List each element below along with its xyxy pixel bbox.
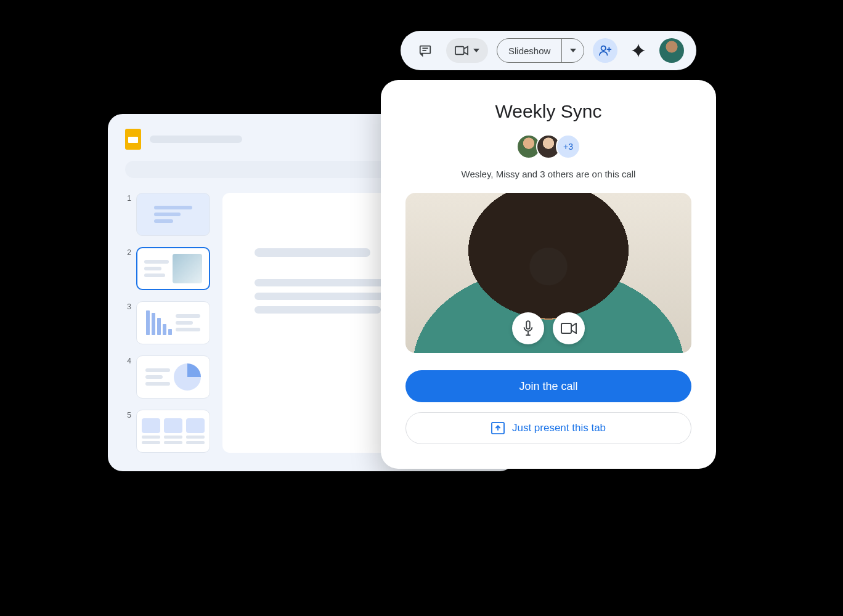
microphone-icon xyxy=(521,320,535,336)
slide-thumbnails: 1 2 xyxy=(125,193,210,453)
slide-thumbnail-row[interactable]: 4 xyxy=(125,355,210,399)
camera-preview xyxy=(405,193,691,353)
canvas-heading-placeholder xyxy=(255,248,370,257)
preview-controls xyxy=(512,312,585,344)
slide-thumbnail-2[interactable] xyxy=(136,247,210,290)
meeting-title: Weekly Sync xyxy=(495,101,602,122)
participant-overflow-badge: +3 xyxy=(556,134,580,159)
svg-rect-3 xyxy=(455,47,464,55)
video-camera-icon xyxy=(455,46,468,55)
share-button[interactable] xyxy=(593,38,617,63)
gemini-button[interactable] xyxy=(626,38,651,63)
sparkle-icon xyxy=(632,44,645,57)
slideshow-options-button[interactable] xyxy=(561,39,584,62)
video-call-button[interactable] xyxy=(446,38,488,63)
chevron-down-icon xyxy=(570,49,576,52)
document-title-placeholder xyxy=(150,136,242,143)
person-add-icon xyxy=(598,44,612,57)
comment-icon xyxy=(418,44,432,57)
slide-thumbnail-row[interactable]: 5 xyxy=(125,410,210,453)
toggle-microphone-button[interactable] xyxy=(512,312,544,344)
comments-button[interactable] xyxy=(413,38,438,63)
slide-thumbnail-4[interactable] xyxy=(136,355,210,399)
meet-join-popover: Weekly Sync +3 Wesley, Missy and 3 other… xyxy=(381,80,716,469)
slide-thumbnail-row[interactable]: 2 xyxy=(125,247,210,290)
bar-chart-icon xyxy=(146,310,172,335)
present-to-all-icon xyxy=(491,422,505,434)
slide-number: 2 xyxy=(125,247,131,290)
join-call-button[interactable]: Join the call xyxy=(405,370,691,402)
account-avatar[interactable] xyxy=(659,38,684,63)
chevron-down-icon xyxy=(473,49,479,52)
present-tab-button[interactable]: Just present this tab xyxy=(405,412,691,444)
image-placeholder-icon xyxy=(173,254,202,283)
slides-logo-icon xyxy=(125,129,141,150)
slide-thumbnail-5[interactable] xyxy=(136,410,210,453)
slide-thumbnail-row[interactable]: 3 xyxy=(125,301,210,344)
pie-chart-icon xyxy=(174,363,201,391)
svg-rect-7 xyxy=(526,321,530,329)
svg-rect-0 xyxy=(420,46,431,54)
slide-number: 3 xyxy=(125,301,131,344)
participants-summary: Wesley, Missy and 3 others are on this c… xyxy=(462,169,636,179)
join-call-label: Join the call xyxy=(519,380,577,392)
present-tab-label: Just present this tab xyxy=(512,422,606,434)
slide-thumbnail-3[interactable] xyxy=(136,301,210,344)
slideshow-split-button: Slideshow xyxy=(497,38,584,63)
slideshow-button[interactable]: Slideshow xyxy=(497,39,561,62)
svg-rect-10 xyxy=(561,323,571,333)
participants-avatars: +3 xyxy=(516,134,580,159)
slide-number: 5 xyxy=(125,410,131,453)
slide-thumbnail-1[interactable] xyxy=(136,193,210,236)
app-top-toolbar: Slideshow xyxy=(401,31,696,70)
slideshow-label: Slideshow xyxy=(508,46,550,56)
slide-thumbnail-row[interactable]: 1 xyxy=(125,193,210,236)
slide-number: 1 xyxy=(125,193,131,236)
svg-point-4 xyxy=(601,46,606,51)
toggle-camera-button[interactable] xyxy=(553,312,585,344)
slide-number: 4 xyxy=(125,355,131,399)
video-camera-icon xyxy=(561,323,577,334)
